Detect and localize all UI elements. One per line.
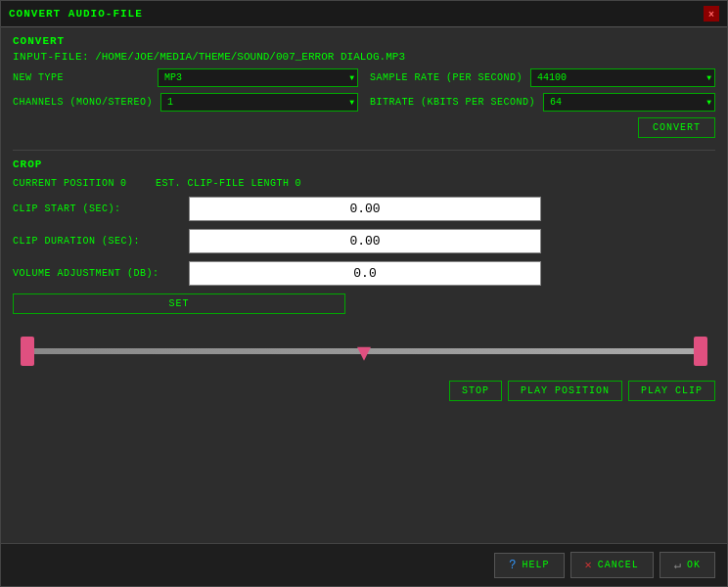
- est-clip-value: 0: [296, 178, 301, 189]
- channels-label: CHANNELS (MONO/STEREO): [13, 97, 153, 108]
- volume-adj-label: VOLUME ADJUSTMENT (DB):: [13, 268, 189, 279]
- convert-section: CONVERT INPUT-FILE: /HOME/JOE/MEDIA/THEM…: [13, 35, 715, 142]
- volume-adj-input[interactable]: [189, 261, 541, 286]
- convert-button[interactable]: CONVERT: [638, 117, 715, 138]
- channels-select[interactable]: 1 2: [160, 93, 358, 112]
- channels-group: CHANNELS (MONO/STEREO) 1 2: [13, 93, 358, 112]
- playback-row: STOP PLAY POSITION PLAY CLIP: [13, 381, 715, 401]
- clip-start-input[interactable]: [189, 197, 541, 221]
- input-file-label: INPUT-FILE:: [13, 51, 89, 63]
- slider-section: [13, 332, 715, 371]
- current-position-value: 0: [120, 178, 126, 189]
- convert-btn-row: CONVERT: [13, 117, 715, 138]
- bitrate-select-wrapper: 64 128 192 256 320: [543, 93, 715, 112]
- channels-select-wrapper: 1 2: [160, 93, 358, 112]
- clip-start-label: CLIP START (SEC):: [13, 203, 189, 214]
- volume-adj-row: VOLUME ADJUSTMENT (DB):: [13, 261, 715, 286]
- cancel-icon: ✕: [585, 558, 593, 572]
- slider-handle-left[interactable]: [21, 337, 34, 366]
- new-type-group: NEW TYPE MP3 WAV OGG FLAC: [13, 68, 358, 87]
- stop-button[interactable]: STOP: [449, 381, 502, 401]
- play-clip-button[interactable]: PLAY CLIP: [628, 381, 715, 401]
- est-clip-label: EST. CLIP-FILE LENGTH: [156, 178, 290, 189]
- help-label: HELP: [522, 560, 549, 570]
- content-area: CONVERT INPUT-FILE: /HOME/JOE/MEDIA/THEM…: [1, 27, 727, 543]
- bitrate-label: BITRATE (KBITS PER SECOND): [370, 97, 535, 108]
- help-button[interactable]: ? HELP: [494, 553, 564, 578]
- bottom-bar: ? HELP ✕ CANCEL ↵ OK: [1, 543, 727, 586]
- bitrate-select[interactable]: 64 128 192 256 320: [543, 93, 715, 112]
- form-row-2: CHANNELS (MONO/STEREO) 1 2 BITRATE (KBIT…: [13, 93, 715, 112]
- current-position-label: CURRENT POSITION: [13, 178, 114, 189]
- input-file-value: /HOME/JOE/MEDIA/THEME/SOUND/007_ERROR DI…: [95, 51, 405, 63]
- cancel-label: CANCEL: [598, 560, 639, 570]
- slider-handle-mid[interactable]: [357, 347, 371, 361]
- crop-section: CROP CURRENT POSITION 0 EST. CLIP-FILE L…: [13, 158, 715, 318]
- crop-info-row: CURRENT POSITION 0 EST. CLIP-FILE LENGTH…: [13, 178, 715, 189]
- title-bar: CONVERT AUDIO-FILE ×: [1, 1, 727, 27]
- form-row-1: NEW TYPE MP3 WAV OGG FLAC SAMPLE RATE (P…: [13, 68, 715, 87]
- clip-duration-label: CLIP DURATION (SEC):: [13, 236, 189, 247]
- current-position-item: CURRENT POSITION 0: [13, 178, 126, 189]
- crop-section-label: CROP: [13, 158, 715, 170]
- new-type-select-wrapper: MP3 WAV OGG FLAC: [158, 68, 358, 87]
- clip-start-row: CLIP START (SEC):: [13, 197, 715, 221]
- ok-icon: ↵: [674, 558, 682, 572]
- set-btn-row: SET: [13, 294, 715, 314]
- bitrate-group: BITRATE (KBITS PER SECOND) 64 128 192 25…: [370, 93, 715, 112]
- close-button[interactable]: ×: [704, 6, 719, 22]
- ok-label: OK: [687, 560, 701, 570]
- est-clip-item: EST. CLIP-FILE LENGTH 0: [156, 178, 301, 189]
- convert-section-label: CONVERT: [13, 35, 715, 47]
- sample-rate-select[interactable]: 44100 22050 11025 8000: [530, 68, 715, 87]
- set-button[interactable]: SET: [13, 294, 345, 314]
- ok-button[interactable]: ↵ OK: [660, 552, 715, 578]
- clip-duration-input[interactable]: [189, 229, 541, 253]
- input-file-row: INPUT-FILE: /HOME/JOE/MEDIA/THEME/SOUND/…: [13, 51, 715, 63]
- main-window: CONVERT AUDIO-FILE × CONVERT INPUT-FILE:…: [0, 0, 728, 587]
- new-type-label: NEW TYPE: [13, 72, 150, 83]
- new-type-select[interactable]: MP3 WAV OGG FLAC: [158, 68, 358, 87]
- play-position-button[interactable]: PLAY POSITION: [508, 381, 622, 401]
- clip-duration-row: CLIP DURATION (SEC):: [13, 229, 715, 253]
- help-icon: ?: [509, 559, 517, 572]
- window-title: CONVERT AUDIO-FILE: [9, 8, 143, 20]
- divider: [13, 150, 715, 151]
- sample-rate-group: SAMPLE RATE (PER SECOND) 44100 22050 110…: [370, 68, 715, 87]
- sample-rate-select-wrapper: 44100 22050 11025 8000: [530, 68, 715, 87]
- slider-handle-right[interactable]: [694, 337, 707, 366]
- sample-rate-label: SAMPLE RATE (PER SECOND): [370, 72, 523, 83]
- cancel-button[interactable]: ✕ CANCEL: [570, 552, 654, 578]
